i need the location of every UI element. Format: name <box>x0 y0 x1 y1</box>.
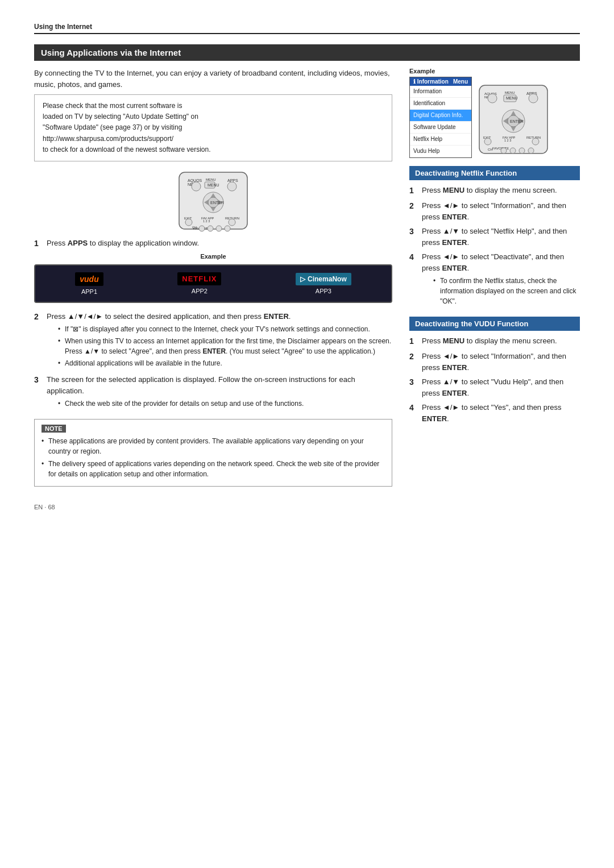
netflix-step-2-num: 2 <box>409 200 417 222</box>
vudu-step-2-num: 2 <box>409 351 417 373</box>
cinemanow-arrow: ▷ <box>300 275 305 283</box>
menu-and-remote-layout: ℹ Information Menu Information Identific… <box>409 77 580 158</box>
svg-point-26 <box>225 226 230 231</box>
svg-point-25 <box>216 226 222 231</box>
netflix-step-3: 3 Press ▲/▼ to select "Netflix Help", an… <box>409 226 580 248</box>
app-icon-cinemanow: ▷CinemaNow APP3 <box>296 273 351 294</box>
intro-text: By connecting the TV to the Internet, yo… <box>34 68 392 90</box>
note-list: These applications are provided by conte… <box>42 436 385 479</box>
svg-text:MENU: MENU <box>505 91 515 94</box>
menu-item-software-update: Software Update <box>410 122 471 134</box>
deactivate-vudu-title: Deactivating the VUDU Function <box>409 317 580 331</box>
vudu-step-4-num: 4 <box>409 402 417 424</box>
vudu-step-4: 4 Press ◄/► to select "Yes", and then pr… <box>409 402 580 424</box>
note-item-1: These applications are provided by conte… <box>42 436 385 456</box>
svg-point-54 <box>528 148 534 153</box>
left-remote-diagram: AQUOS NET MENU MENU APPS ENTER <box>34 169 392 232</box>
step-3: 3 The screen for the selected applicatio… <box>34 374 392 411</box>
svg-text:ENTER: ENTER <box>210 201 224 205</box>
vudu-logo: vudu <box>75 272 103 286</box>
menu-item-digital-caption: Digital Caption Info. <box>410 110 471 122</box>
netflix-step-1-text: Press MENU to display the menu screen. <box>422 185 580 197</box>
page: Using the Internet Using Applications vi… <box>0 0 614 545</box>
deactivate-netflix-title: Deactivating Netflix Function <box>409 166 580 180</box>
netflix-step-3-text: Press ▲/▼ to select "Netflix Help", and … <box>422 226 580 248</box>
vudu-step-4-text: Press ◄/► to select "Yes", and then pres… <box>422 402 580 424</box>
netflix-bullet: To confirm the Netflix status, check the… <box>433 276 580 306</box>
step-3-bullets: Check the web site of the provider for d… <box>58 398 392 409</box>
app-icon-vudu: vudu APP1 <box>75 272 103 295</box>
vudu-step-3-num: 3 <box>409 376 417 398</box>
svg-point-19 <box>229 219 235 226</box>
menu-item-information: Information <box>410 86 471 98</box>
app-icon-netflix: NETFLIX APP2 <box>177 272 221 294</box>
right-column: Example ℹ Information Menu Information I… <box>409 68 580 487</box>
remote-svg-right: AQUOS NET MENU MENU APPS <box>476 82 550 156</box>
info-box: Please check that the most current softw… <box>34 94 392 161</box>
cinemanow-logo: ▷CinemaNow <box>296 273 351 285</box>
vudu-steps: 1 Press MENU to display the menu screen.… <box>409 335 580 424</box>
netflix-steps: 1 Press MENU to display the menu screen.… <box>409 185 580 309</box>
step-2-bullet-3: Additional applications will be availabl… <box>58 358 392 368</box>
svg-point-36 <box>529 94 538 103</box>
svg-point-31 <box>488 94 497 103</box>
menu-item-identification: Identification <box>410 98 471 110</box>
header-title: Using the Internet <box>34 23 92 31</box>
svg-text:MENU: MENU <box>208 183 219 187</box>
step-3-bullet-1: Check the web site of the provider for d… <box>58 398 392 409</box>
right-remote-diagram: AQUOS NET MENU MENU APPS <box>476 82 550 157</box>
step-1: 1 Press APPS to display the application … <box>34 238 392 250</box>
main-content: By connecting the TV to the Internet, yo… <box>34 68 580 487</box>
vudu-step-2: 2 Press ◄/► to select "Information", and… <box>409 351 580 373</box>
app-window-inner: vudu APP1 NETFLIX APP2 ▷CinemaNow APP3 <box>35 265 391 302</box>
svg-point-8 <box>227 182 237 191</box>
svg-point-51 <box>501 148 507 153</box>
app-window: vudu APP1 NETFLIX APP2 ▷CinemaNow APP3 <box>34 264 392 303</box>
menu-panel-header: ℹ Information Menu <box>410 77 471 86</box>
netflix-step-2-text: Press ◄/► to select "Information", and t… <box>422 200 580 222</box>
step-3-text: The screen for the selected application … <box>47 374 392 411</box>
step-1-num: 1 <box>34 238 42 250</box>
menu-panel: ℹ Information Menu Information Identific… <box>409 77 472 158</box>
step-1-text: Press APPS to display the application wi… <box>47 238 392 250</box>
step-2-bullet-1: If "⊠" is displayed after you connect to… <box>58 324 392 334</box>
svg-point-52 <box>510 148 516 153</box>
step-3-num: 3 <box>34 374 42 411</box>
svg-text:CH: CH <box>192 226 197 229</box>
vudu-step-1: 1 Press MENU to display the menu screen. <box>409 335 580 347</box>
step-2-text: Press ▲/▼/◄/► to select the desired appl… <box>47 311 392 371</box>
footer-text: EN · 68 <box>34 504 55 510</box>
svg-text:1   2   3: 1 2 3 <box>504 139 511 142</box>
svg-point-17 <box>185 219 192 226</box>
app3-label: APP3 <box>316 288 331 294</box>
svg-point-23 <box>199 226 205 231</box>
netflix-logo: NETFLIX <box>177 272 221 285</box>
netflix-step-4-text: Press ◄/► to select "Deactivate", and th… <box>422 251 580 309</box>
step-2: 2 Press ▲/▼/◄/► to select the desired ap… <box>34 311 392 371</box>
menu-example: Example ℹ Information Menu Information I… <box>409 68 580 158</box>
svg-text:1   2   3: 1 2 3 <box>203 219 210 223</box>
page-header: Using the Internet <box>34 23 580 34</box>
step-2-num: 2 <box>34 311 42 371</box>
left-column: By connecting the TV to the Internet, yo… <box>34 68 392 487</box>
svg-text:ENTER: ENTER <box>510 119 524 123</box>
menu-item-vudu-help: Vudu Help <box>410 146 471 157</box>
menu-example-label: Example <box>409 68 580 74</box>
svg-text:MENU: MENU <box>506 96 518 100</box>
note-label: NOTE <box>42 425 66 433</box>
step-2-bullet-2: When using this TV to access an Internet… <box>58 336 392 356</box>
netflix-step-1-num: 1 <box>409 185 417 197</box>
info-box-line1: Please check that the most current softw… <box>43 102 211 153</box>
note-item-2: The delivery speed of applications varie… <box>42 459 385 479</box>
svg-text:MENU: MENU <box>206 178 216 181</box>
svg-point-53 <box>519 148 525 153</box>
svg-point-45 <box>484 138 491 145</box>
remote-svg-left: AQUOS NET MENU MENU APPS ENTER <box>176 169 250 232</box>
vudu-step-3: 3 Press ▲/▼ to select "Vudu Help", and t… <box>409 376 580 398</box>
menu-header-icon: ℹ Information <box>413 78 449 85</box>
vudu-step-3-text: Press ▲/▼ to select "Vudu Help", and the… <box>422 376 580 398</box>
svg-point-3 <box>192 182 201 191</box>
menu-item-netflix-help: Netflix Help <box>410 134 471 146</box>
svg-text:CH: CH <box>488 148 493 151</box>
step-2-bullets: If "⊠" is displayed after you connect to… <box>58 324 392 368</box>
